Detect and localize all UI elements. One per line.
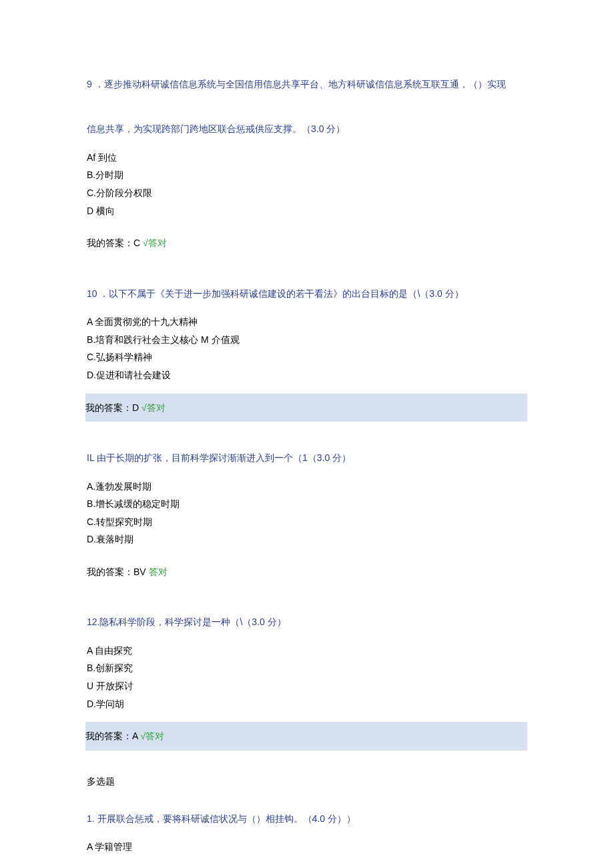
option-d: D.衰落时期 bbox=[87, 530, 527, 548]
answer-11: 我的答案：BV 答对 bbox=[87, 558, 527, 586]
question-number: 12. bbox=[87, 616, 99, 627]
question-9-text: 9 ．逐步推动科研诚信信息系统与全国信用信息共享平台、地方科研诚信信息系统互联互… bbox=[87, 73, 527, 141]
option-a: A.蓬勃发展时期 bbox=[87, 478, 527, 496]
question-body: 隐私科学阶段，科学探讨是一种（\（3.0 分） bbox=[99, 616, 286, 627]
option-b: B.创新探究 bbox=[87, 659, 527, 677]
option-a: A 学籍管理 bbox=[87, 838, 527, 856]
check-icon: √ bbox=[140, 238, 148, 248]
multi-q1-options: A 学籍管理 bbox=[87, 838, 527, 856]
answer-prefix: 我的答案： bbox=[87, 238, 133, 248]
question-body-line2: 信息共享，为实现跨部门跨地区联合惩戒供应支撑。（3.0 分） bbox=[87, 123, 345, 134]
answer-status: 答对 bbox=[145, 731, 164, 741]
question-number: 10 bbox=[87, 288, 97, 299]
question-number: IL bbox=[87, 452, 94, 463]
question-11: IL 由于长期的扩张，目前科学探讨渐渐进入到一个（1（3.0 分） A.蓬勃发展… bbox=[87, 447, 527, 586]
answer-letter: C bbox=[133, 238, 140, 248]
answer-prefix: 我的答案： bbox=[87, 566, 133, 577]
option-d: D.促进和请社会建设 bbox=[87, 366, 527, 384]
section-multi-title: 多选题 bbox=[87, 776, 527, 788]
answer-letter: D bbox=[132, 402, 139, 413]
option-d: D.学问胡 bbox=[87, 695, 527, 713]
multi-q1-text: 1. 开展联合惩戒，要将科研诚信状况与（）相挂钩。（4.0 分）） bbox=[87, 808, 527, 831]
answer-10: 我的答案：D √答对 bbox=[85, 394, 527, 422]
question-body: ．以下不属于《关于进一步加强科研诚信建设的若干看法》的出台目标的是（\（3.0 … bbox=[97, 288, 464, 299]
question-11-options: A.蓬勃发展时期 B.增长减缓的稳定时期 C.转型探究时期 D.衰落时期 bbox=[87, 478, 527, 548]
option-d: D 横向 bbox=[87, 202, 527, 220]
question-9-options: Af 到位 B.分时期 C.分阶段分权限 D 横向 bbox=[87, 149, 527, 220]
answer-status: 答对 bbox=[147, 402, 166, 413]
option-c: C.转型探究时期 bbox=[87, 513, 527, 531]
question-10-options: A 全面贯彻党的十九大精神 B.培育和践行社会主义核心 M 介值观 C.弘扬科学… bbox=[87, 313, 527, 384]
question-number: 1. bbox=[87, 813, 95, 824]
question-body: 开展联合惩戒，要将科研诚信状况与（）相挂钩。（4.0 分）） bbox=[95, 813, 356, 824]
question-number: 9 bbox=[87, 79, 92, 89]
option-b: B.增长减缓的稳定时期 bbox=[87, 495, 527, 513]
answer-letter: BV bbox=[133, 566, 146, 577]
question-12: 12.隐私科学阶段，科学探讨是一种（\（3.0 分） A 自由探究 B.创新探究… bbox=[87, 611, 527, 750]
answer-letter: A bbox=[132, 731, 138, 741]
multi-question-1: 1. 开展联合惩戒，要将科研诚信状况与（）相挂钩。（4.0 分）） A 学籍管理 bbox=[87, 808, 527, 856]
question-body-line1: ．逐步推动科研诚信信息系统与全国信用信息共享平台、地方科研诚信信息系统互联互通，… bbox=[95, 79, 506, 89]
option-c: U 开放探讨 bbox=[87, 677, 527, 695]
answer-9: 我的答案：C √答对 bbox=[87, 229, 527, 257]
answer-12: 我的答案：A √答对 bbox=[85, 722, 527, 750]
question-12-options: A 自由探究 B.创新探究 U 开放探讨 D.学问胡 bbox=[87, 642, 527, 713]
question-11-text: IL 由于长期的扩张，目前科学探讨渐渐进入到一个（1（3.0 分） bbox=[87, 447, 527, 470]
option-b: B.分时期 bbox=[87, 166, 527, 184]
option-a: A 自由探究 bbox=[87, 642, 527, 660]
question-12-text: 12.隐私科学阶段，科学探讨是一种（\（3.0 分） bbox=[87, 611, 527, 634]
check-icon: √ bbox=[139, 402, 147, 413]
question-9: 9 ．逐步推动科研诚信信息系统与全国信用信息共享平台、地方科研诚信信息系统互联互… bbox=[87, 73, 527, 258]
question-10: 10 ．以下不属于《关于进一步加强科研诚信建设的若干看法》的出台目标的是（\（3… bbox=[87, 283, 527, 422]
option-c: C.分阶段分权限 bbox=[87, 184, 527, 202]
document-page: 9 ．逐步推动科研诚信信息系统与全国信用信息共享平台、地方科研诚信信息系统互联互… bbox=[0, 0, 614, 868]
question-10-text: 10 ．以下不属于《关于进一步加强科研诚信建设的若干看法》的出台目标的是（\（3… bbox=[87, 283, 527, 306]
answer-status: 答对 bbox=[146, 566, 168, 577]
question-body: 由于长期的扩张，目前科学探讨渐渐进入到一个（1（3.0 分） bbox=[94, 452, 351, 463]
answer-prefix: 我的答案： bbox=[85, 402, 132, 413]
option-b: B.培育和践行社会主义核心 M 介值观 bbox=[87, 331, 527, 349]
check-icon: √ bbox=[138, 731, 146, 741]
option-a: Af 到位 bbox=[87, 149, 527, 167]
answer-prefix: 我的答案： bbox=[85, 731, 132, 741]
option-a: A 全面贯彻党的十九大精神 bbox=[87, 313, 527, 331]
option-c: C.弘扬科学精神 bbox=[87, 348, 527, 366]
answer-status: 答对 bbox=[148, 238, 167, 248]
